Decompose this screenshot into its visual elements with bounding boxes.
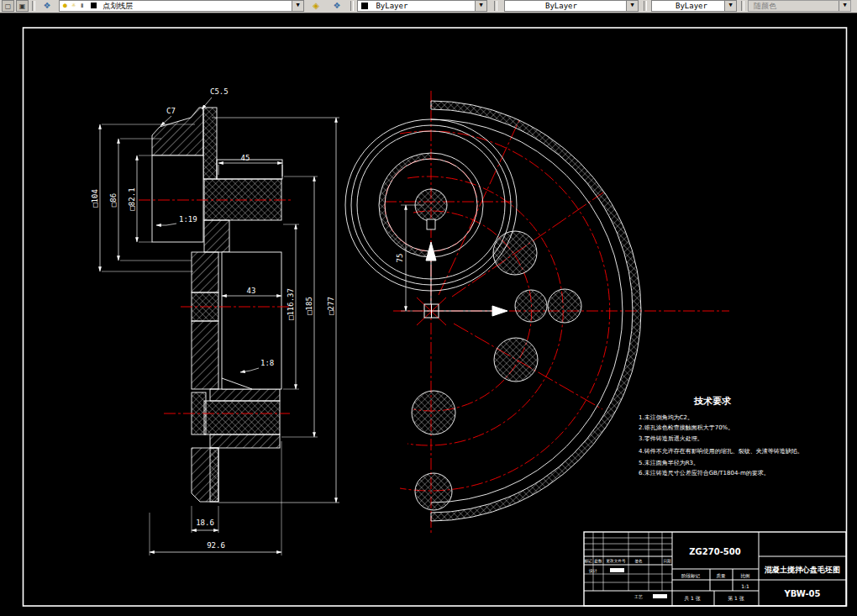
toolbar-button-2[interactable]: ▣ [16,0,29,12]
lineweight-value-label: ByLayer [676,2,707,10]
rev-header-count: 处数 [593,558,602,564]
stage-mark-header: 阶段标记 [681,573,701,579]
technical-requirements: 技术要求 1.未注倒角均为C2。 2.锥孔涂色检查接触面积大于70%。 3.零件… [639,396,803,476]
dim-c7: C7 [166,107,176,115]
plotstyle-value-label: 随颜色 [754,2,776,10]
dim-18-6: 18.6 [196,519,214,527]
layer-manager-button[interactable]: ❖ [38,0,56,12]
dim-185: □185 [305,297,313,315]
toolbar-separator [644,1,647,11]
chevron-down-icon[interactable]: ▼ [475,1,486,11]
linetype-value-label: ByLayer [545,2,577,10]
color-value-label: ByLayer [376,2,407,10]
color-swatch-icon [361,3,368,9]
chevron-down-icon: ▼ [839,1,850,11]
dim-43: 43 [247,287,256,295]
layer-freeze-icon: ☼ [71,1,76,11]
rev-header-docno: 更改文件号 [607,558,626,563]
scale-value: 1:1 [741,583,749,589]
layer-name-label: 点划线层 [103,2,133,10]
sheet-number: 第 1 张 [728,595,744,602]
linetype-control-combo[interactable]: ByLayer ▼ [504,0,639,12]
material-grade: ZG270-500 [689,547,740,556]
toolbar-separator [32,1,35,11]
lineweight-control-combo[interactable]: ByLayer ▼ [651,0,737,12]
mass-header: 质量 [717,573,727,578]
layer-on-icon: ● [63,1,67,11]
dim-82-1: □82.1 [128,187,136,210]
dim-taper-1-19: 1:19 [179,215,197,224]
dim-92-6: 92.6 [207,541,225,550]
dim-104: □104 [91,189,99,208]
dim-75-group: 75 [396,205,424,311]
layer-control-combo[interactable]: ● ☼ ▮ 点划线层 ▼ [59,0,304,12]
toolbar-separator [494,1,497,11]
dim-c5-5: C5.5 [210,87,229,96]
rev-header-mark: 标记 [583,558,592,564]
toolbar-button-1[interactable]: ▢ [2,0,14,12]
dim-taper-1-8: 1:8 [260,359,274,367]
make-layer-current-button[interactable]: ◈ [307,0,325,12]
tech-line: 4.铸件不允许存在有影响使用的缩孔、裂纹、夹渣等铸造缺陷。 [639,448,803,455]
chevron-down-icon[interactable]: ▼ [292,1,303,11]
designer-row-label: 设计 [588,568,597,573]
sheets-total: 共 1 张 [684,595,701,602]
layer-previous-button[interactable]: ❖ [328,0,346,12]
color-control-combo[interactable]: ByLayer ▼ [357,0,487,12]
title-block: ZG270-500 混凝土搅拌心盘毛坯图 YBW-05 阶段标记 质量 比例 1… [583,532,846,606]
process-row-label: 工艺 [634,594,643,599]
window-icon: ▣ [19,3,26,10]
drawing-title: 混凝土搅拌心盘毛坯图 [764,566,840,574]
tech-line: 5.未注圆角半径为R3。 [639,459,699,466]
chevron-down-icon[interactable]: ▼ [724,1,736,11]
layer-color-swatch [91,3,97,8]
layer-previous-icon: ❖ [334,1,341,10]
dim-116-37: □116.37 [287,288,295,320]
tech-requirements-title: 技术要求 [693,396,732,407]
chevron-down-icon[interactable]: ▼ [626,1,638,11]
tech-line: 1.未注倒角均为C2。 [639,413,693,421]
dim-86: □86 [109,193,118,207]
rev-header-date: 日期 [663,559,671,564]
scale-header: 比例 [741,573,750,579]
dim-277: □277 [327,297,335,315]
right-half-view: 75 [345,91,729,534]
dim-75: 75 [396,254,404,263]
tech-line: 6.未注铸造尺寸公差应符合GB/T1804-m的要求。 [639,469,770,476]
drawing-number: YBW-05 [784,589,821,598]
window-icon: ▢ [5,3,12,10]
tech-line: 3.零件铸造后退火处理。 [639,434,703,442]
model-space-canvas[interactable]: C5.5 C7 45 □104 □86 □82.1 1:19 43 1:8 □1… [0,13,857,616]
cad-application-window: { "toolbar": { "layer_combo": "点划线层", "c… [0,0,857,616]
make-current-icon: ◈ [313,1,319,10]
layers-icon: ❖ [44,1,51,10]
plotstyle-control-combo: 随颜色 ▼ [748,0,851,12]
rev-header-sign: 签名 [634,559,642,563]
dim-45: 45 [241,154,250,162]
toolbar-separator [741,1,744,11]
layer-lock-icon: ▮ [81,1,85,11]
object-properties-toolbar: ▢ ▣ ❖ ● ☼ ▮ 点划线层 ▼ ◈ ❖ ByLayer ▼ ByLayer… [0,0,857,13]
tech-line: 2.锥孔涂色检查接触面积大于70%。 [639,424,733,431]
toolbar-separator [350,1,354,11]
